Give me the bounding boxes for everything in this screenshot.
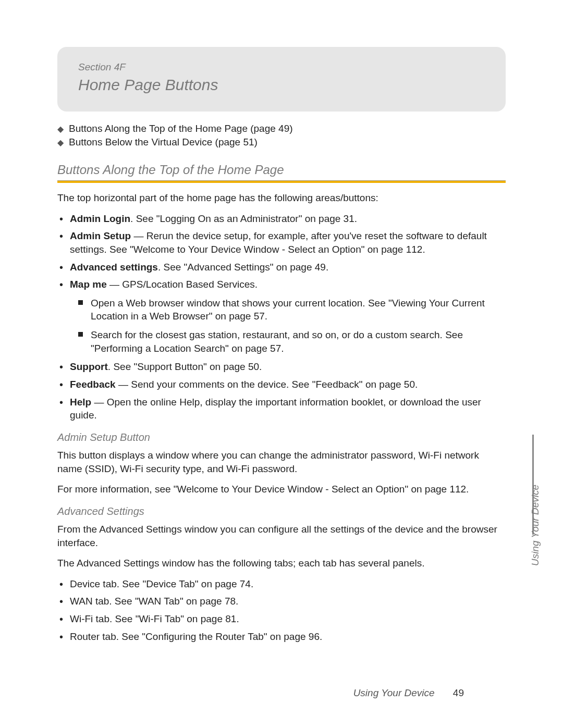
- diamond-icon: ◆: [57, 124, 64, 134]
- page-number: 49: [453, 687, 464, 698]
- footer-text: Using Your Device: [353, 687, 435, 698]
- page-title: Home Page Buttons: [78, 76, 485, 94]
- paragraph: The Advanced Settings window has the fol…: [57, 557, 506, 570]
- term: Help: [70, 397, 91, 408]
- toc-item: ◆ Buttons Below the Virtual Device (page…: [57, 137, 506, 148]
- term: Admin Login: [70, 213, 130, 224]
- side-tab: Using Your Device: [519, 438, 535, 532]
- paragraph: This button displays a window where you …: [57, 449, 506, 475]
- term: Feedback: [70, 379, 116, 390]
- term-text: — GPS/Location Based Services.: [107, 279, 258, 290]
- page-footer: Using Your Device 49: [353, 687, 464, 699]
- toc-text: Buttons Along the Top of the Home Page (…: [69, 123, 293, 134]
- list-item: Admin Setup — Rerun the device setup, fo…: [68, 229, 506, 256]
- heading-2: Buttons Along the Top of the Home Page: [57, 163, 506, 177]
- list-item: Map me — GPS/Location Based Services. Op…: [68, 278, 506, 355]
- list-item: Admin Login. See "Logging On as an Admin…: [68, 212, 506, 226]
- section-label: Section 4F: [78, 61, 485, 73]
- list-item: Router tab. See "Configuring the Router …: [68, 630, 506, 644]
- document-page: Section 4F Home Page Buttons ◆ Buttons A…: [0, 0, 563, 728]
- term-text: — Send your comments on the device. See …: [116, 379, 418, 390]
- list-item: Device tab. See "Device Tab" on page 74.: [68, 577, 506, 591]
- paragraph: From the Advanced Settings window you ca…: [57, 523, 506, 549]
- button-list: Admin Login. See "Logging On as an Admin…: [57, 212, 506, 422]
- term-text: . See "Logging On as an Administrator" o…: [130, 213, 357, 224]
- term: Map me: [70, 279, 107, 290]
- side-tab-label: Using Your Device: [530, 485, 541, 566]
- toc-item: ◆ Buttons Along the Top of the Home Page…: [57, 123, 506, 134]
- heading-3: Admin Setup Button: [57, 431, 506, 443]
- paragraph: The top horizontal part of the home page…: [57, 191, 506, 205]
- term: Admin Setup: [70, 230, 131, 241]
- heading-rule: [57, 180, 506, 183]
- diamond-icon: ◆: [57, 138, 64, 147]
- term: Support: [70, 361, 108, 372]
- term-text: . See "Advanced Settings" on page 49.: [158, 262, 328, 273]
- list-item: Wi-Fi tab. See "Wi-Fi Tab" on page 81.: [68, 612, 506, 626]
- list-item: Feedback — Send your comments on the dev…: [68, 378, 506, 391]
- section-header: Section 4F Home Page Buttons: [57, 47, 506, 112]
- sub-list: Open a Web browser window that shows you…: [70, 297, 506, 355]
- sub-list-item: Open a Web browser window that shows you…: [88, 297, 506, 323]
- toc: ◆ Buttons Along the Top of the Home Page…: [57, 123, 506, 148]
- term-text: — Rerun the device setup, for example, a…: [70, 230, 487, 255]
- sub-list-item: Search for the closest gas station, rest…: [88, 328, 506, 355]
- list-item: WAN tab. See "WAN Tab" on page 78.: [68, 595, 506, 608]
- paragraph: For more information, see "Welcome to Yo…: [57, 483, 506, 496]
- term: Advanced settings: [70, 262, 158, 273]
- list-item: Help — Open the online Help, display the…: [68, 396, 506, 422]
- toc-text: Buttons Below the Virtual Device (page 5…: [69, 137, 258, 148]
- term-text: — Open the online Help, display the impo…: [70, 397, 481, 421]
- heading-3: Advanced Settings: [57, 505, 506, 517]
- list-item: Support. See "Support Button" on page 50…: [68, 360, 506, 374]
- tabs-list: Device tab. See "Device Tab" on page 74.…: [57, 577, 506, 644]
- list-item: Advanced settings. See "Advanced Setting…: [68, 261, 506, 274]
- term-text: . See "Support Button" on page 50.: [108, 361, 262, 372]
